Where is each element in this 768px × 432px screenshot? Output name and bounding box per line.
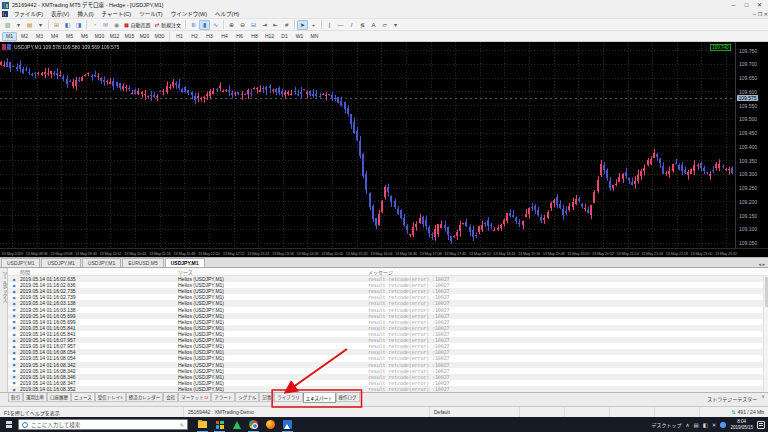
notification-center-icon[interactable] [757, 421, 765, 429]
chart-tab-4[interactable]: USDJPY,M1 [165, 258, 205, 268]
fibonacci-button[interactable]: ≶ [357, 20, 368, 30]
taskbar-clock[interactable]: 8:04 2019/05/15 [730, 419, 753, 430]
timeframe-m10[interactable]: M10 [92, 32, 107, 41]
menu-item-0[interactable]: ファイル(F) [10, 10, 47, 18]
profiles-button[interactable]: ▤ [24, 20, 35, 30]
zoom-out-button[interactable]: ⊖ [237, 20, 248, 30]
close-button[interactable]: ✕ [753, 1, 766, 10]
strategy-tester-caption[interactable]: ストラテジーテスター [707, 393, 761, 402]
chart-tab-2[interactable]: USDJPY,M1 [82, 258, 121, 268]
chart-tab-3[interactable]: EURUSD,M5 [122, 258, 163, 268]
profiles-dropdown[interactable]: ▾ [35, 20, 46, 30]
start-button[interactable] [0, 417, 18, 432]
menu-item-6[interactable]: ヘルプ(H) [211, 10, 243, 18]
tray-chevron-icon[interactable]: ∧ [685, 422, 689, 428]
tab-signals[interactable]: シグナル [235, 393, 259, 402]
timeframe-m3[interactable]: M3 [32, 32, 47, 41]
chart-minimize-button[interactable]: ─ [753, 11, 757, 17]
chart-system-icon[interactable] [2, 11, 8, 17]
timeframe-m6[interactable]: M6 [77, 32, 92, 41]
menu-item-4[interactable]: ツール(T) [135, 10, 167, 18]
taskbar-photos-icon[interactable] [279, 417, 296, 432]
tab-articles[interactable]: 記事 [259, 393, 274, 402]
cursor-button[interactable]: ➤ [297, 20, 308, 30]
timeframe-m20[interactable]: M20 [137, 32, 152, 41]
vline-button[interactable]: | [324, 20, 335, 30]
auto-scroll-button[interactable]: ⇥ [259, 20, 270, 30]
zoom-in-button[interactable]: ⊕ [226, 20, 237, 30]
timeframe-m1[interactable]: M1 [2, 32, 17, 41]
tile-windows-button[interactable]: ⊟ [248, 20, 259, 30]
tray-display-icon[interactable]: ◧ [703, 422, 708, 428]
chart-tab-0[interactable]: USDJPY,M1 [1, 258, 40, 268]
chart-restore-button[interactable]: ❐ [758, 11, 762, 17]
history-center-button[interactable]: ◔ [89, 20, 100, 30]
arrows-dropdown[interactable]: ▾ [390, 20, 401, 30]
data-window-button[interactable]: ◧ [62, 20, 73, 30]
timeframe-h12[interactable]: H12 [262, 32, 277, 41]
timeframe-w1[interactable]: W1 [292, 32, 307, 41]
chart-close-button[interactable]: ✕ [764, 11, 768, 17]
timeframe-m15[interactable]: M15 [122, 32, 137, 41]
new-order-button[interactable]: ⇄新規注文 [153, 20, 184, 30]
trendline-button[interactable]: / [346, 20, 357, 30]
price-axis[interactable]: 109.750109.700109.650109.600109.550109.5… [735, 42, 768, 248]
new-chart-dropdown[interactable]: ▾ [13, 20, 24, 30]
timeframe-h3[interactable]: H3 [202, 32, 217, 41]
tray-app-icon[interactable] [720, 422, 726, 428]
timeframe-h1[interactable]: H1 [172, 32, 187, 41]
timeframe-m12[interactable]: M12 [107, 32, 122, 41]
line-chart-button[interactable]: ∿ [210, 20, 221, 30]
timeframe-m2[interactable]: M2 [17, 32, 32, 41]
strategy-tester-chevron-icon[interactable]: ∨ [761, 393, 768, 399]
taskbar-store-icon[interactable] [211, 417, 228, 432]
candles-chart-button[interactable]: ▮ [199, 20, 210, 30]
tab-journal[interactable]: 操作ログ [336, 393, 360, 402]
tab-calendar[interactable]: 経済カレンダー [126, 393, 164, 402]
menu-item-1[interactable]: 表示(V) [47, 10, 73, 18]
new-chart-button[interactable]: ▥ [2, 20, 13, 30]
log-scrollbar[interactable] [763, 276, 768, 392]
mail-button[interactable]: ✉ [100, 20, 111, 30]
status-profile[interactable]: Default [430, 407, 520, 417]
tab-history[interactable]: 口座履歴 [47, 393, 71, 402]
tab-inbox[interactable]: 受信トレイ6 [95, 393, 126, 402]
tab-news[interactable]: ニュース [71, 393, 95, 402]
timeframe-mn[interactable]: MN [307, 32, 322, 41]
tab-exposure[interactable]: 運用比率 [23, 393, 47, 402]
column-message[interactable]: メッセージ [368, 268, 768, 275]
tab-alerts[interactable]: アラート [211, 393, 235, 402]
menu-item-2[interactable]: 挿入(I) [73, 10, 97, 18]
log-row[interactable]: ◆2019.05.14 01:16:08.352Helios (USDJPY,M… [8, 386, 768, 392]
algo-trading-button[interactable]: ◼自動売買 [122, 20, 153, 30]
bars-chart-button[interactable]: ǁǀ [188, 20, 199, 30]
timeframe-m5[interactable]: M5 [62, 32, 77, 41]
menu-item-5[interactable]: ウインドウ(W) [167, 10, 211, 18]
crosshair-button[interactable]: + [308, 20, 319, 30]
desktop-label[interactable]: デスクトップ [651, 421, 681, 428]
timeframe-m4[interactable]: M4 [47, 32, 62, 41]
menu-item-3[interactable]: チャート(C) [98, 10, 136, 18]
tray-close-icon[interactable]: ✕ [712, 422, 717, 428]
tab-library[interactable]: ライブラリ [274, 393, 303, 402]
taskbar-drive-icon[interactable] [228, 417, 245, 432]
column-time[interactable]: 時間 [8, 268, 178, 275]
text-button[interactable]: A [368, 20, 379, 30]
market-watch-button[interactable]: ⊞ [51, 20, 62, 30]
timeframe-h2[interactable]: H2 [187, 32, 202, 41]
timeframe-m30[interactable]: M30 [152, 32, 167, 41]
tab-company[interactable]: 会社 [163, 393, 178, 402]
navigator-button[interactable]: ◨ [73, 20, 84, 30]
toolbox-caption[interactable]: ツールボックス [0, 268, 8, 392]
grid-button[interactable]: # [281, 20, 292, 30]
chart-shift-button[interactable]: ⇤ [270, 20, 281, 30]
column-source[interactable]: ソース [178, 268, 368, 275]
minimize-button[interactable]: ─ [727, 1, 740, 10]
taskbar-search-input[interactable]: ここに入力して検索 ✎ [18, 419, 188, 430]
tray-folder-icon[interactable]: ▤ [693, 422, 698, 428]
tab-market[interactable]: マーケット24 [178, 393, 211, 402]
taskbar-chrome-icon[interactable] [245, 417, 262, 432]
taskbar-explorer-icon[interactable] [194, 417, 211, 432]
timeframe-h8[interactable]: H8 [247, 32, 262, 41]
candlestick-chart[interactable] [0, 42, 734, 248]
